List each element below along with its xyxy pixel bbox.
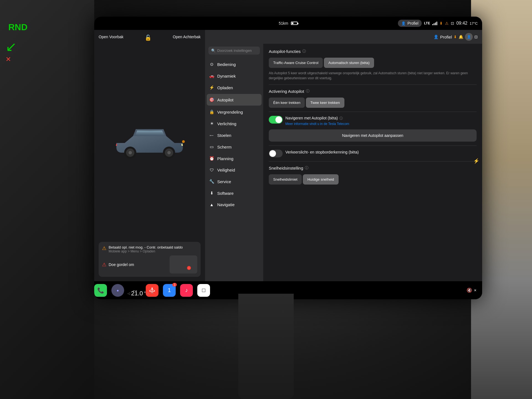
activering-label: Activering Autopilot <box>269 89 304 94</box>
km-value: 51km <box>279 21 288 25</box>
phone-btn[interactable]: 📞 <box>94 284 107 297</box>
bottom-temperature: 21.0 <box>131 290 143 297</box>
verlichting-icon: ☀ <box>209 121 214 126</box>
function-btn-row: Traffic-Aware Cruise Control Automatisch… <box>269 58 477 68</box>
numbered-btn[interactable]: 1 1 <box>163 284 176 297</box>
volume-icon: 🔇 <box>467 288 472 293</box>
signal-bars <box>432 21 437 25</box>
temp-sub-icon: 〜 <box>150 291 154 296</box>
opladen-label: Opladen <box>217 85 233 90</box>
header-avatar: 👤 <box>465 33 473 41</box>
warning-sub-text: Mobiele app > Menu > Opladen <box>109 249 183 253</box>
navigeren-toggle[interactable] <box>269 116 283 124</box>
navigatie-icon: ▲ <box>209 202 214 207</box>
music-btn[interactable]: ♪ <box>180 284 193 297</box>
seatbelt-text: Doe gordel om <box>109 262 134 267</box>
screen-mount <box>238 294 294 399</box>
search-row: 🔍 Doorzoek instellingen <box>205 44 263 57</box>
left-arrow-display: ↙ <box>6 39 17 54</box>
profile-button[interactable]: 👤 Profiel <box>398 20 422 27</box>
navigeren-aanpassen-btn[interactable]: Navigeren met Autopilot aanpassen <box>269 129 477 142</box>
profile-icon-small: 👤 <box>401 21 406 25</box>
settings-dot-icon: ⊡ <box>451 21 454 25</box>
divider-1 <box>269 85 477 85</box>
alert-box: ⚠ Betaald opl. niet mog. - Contr. onbeta… <box>99 242 201 277</box>
left-gauge-icon: ✕ <box>6 55 11 63</box>
autopilot-functions-title: Autopilot-functies ⓘ <box>269 49 477 54</box>
bediening-icon: ⊙ <box>209 62 214 67</box>
sidebar-item-vergrendeling[interactable]: 🔒 Vergrendeling <box>205 106 263 118</box>
signal-bar-3 <box>435 22 436 25</box>
white-btn[interactable]: □ <box>197 284 210 297</box>
verkeer-content: Verkeerslicht- en stopborderkenning (bèt… <box>285 150 477 155</box>
white-icon: □ <box>202 287 205 293</box>
lock-area: 🔓 <box>145 34 152 41</box>
open-achterbak-btn[interactable]: Open Achterbak <box>173 34 201 39</box>
navigeren-link-text[interactable]: Meer informatie vindt u in de Tesla Tele… <box>285 122 349 126</box>
settings-right: 👤 Profiel ⬇ 🔔 👤 ⊡ <box>205 30 482 281</box>
snelheidslimiet-btn[interactable]: Snelheidslimiet <box>269 174 302 185</box>
autopilot-label: Autopilot <box>217 98 233 102</box>
signal-bar-4 <box>436 22 437 25</box>
music-icon: ♪ <box>185 287 188 293</box>
sidebar-item-bediening[interactable]: ⊙ Bediening <box>205 58 263 70</box>
stoelen-label: Stoelen <box>217 133 231 138</box>
verkeer-main-label: Verkeerslicht- en stopborderkenning (bèt… <box>285 150 359 154</box>
planning-icon: ⏰ <box>209 156 214 161</box>
sidebar-item-veiligheid[interactable]: 🛡 Veiligheid <box>205 164 263 176</box>
temp-arrow-left: ◁ <box>127 291 130 295</box>
seatbelt-alert-icon: ⚠ <box>102 262 106 268</box>
navigeren-main-label: Navigeren met Autopilot (bèta) <box>285 116 338 120</box>
navigeren-toggle-group: Navigeren met Autopilot (bèta) ⓘ Meer in… <box>269 116 477 126</box>
lte-label: LTE <box>424 21 430 25</box>
traffic-aware-btn[interactable]: Traffic-Aware Cruise Control <box>269 58 323 68</box>
battery-icon <box>291 22 298 25</box>
dashboard-area: Open Voorbak 🔓 Open Achterbak <box>94 30 205 281</box>
apps-circle-btn[interactable]: ● <box>111 284 124 297</box>
veiligheid-label: Veiligheid <box>217 168 235 172</box>
sidebar-item-planning[interactable]: ⏰ Planning <box>205 153 263 164</box>
battery-fill <box>292 22 293 24</box>
autopilot-functions-label: Autopilot-functies <box>269 49 301 54</box>
temp-degree: ° <box>144 291 146 296</box>
huidige-snelheid-btn[interactable]: Huidige snelheid <box>303 174 338 185</box>
sidebar-item-software[interactable]: ⬇ Software <box>205 187 263 199</box>
outer-wrapper: RND ↙ ✕ 51km 👤 <box>0 0 532 399</box>
mid-content: Open Voorbak 🔓 Open Achterbak <box>94 30 482 281</box>
navigeren-toggle-knob <box>275 116 282 123</box>
search-placeholder-text: Doorzoek instellingen <box>217 48 252 53</box>
signal-bar-2 <box>434 23 434 25</box>
header-profile-area: 👤 Profiel ⬇ 🔔 👤 ⊡ <box>434 33 478 41</box>
warning-main-text: Betaald opl. niet mog. - Contr. onbetaal… <box>109 245 183 249</box>
twee-keer-btn[interactable]: Twee keer trekken <box>306 98 344 108</box>
sidebar-item-stoelen[interactable]: ⟝ Stoelen <box>205 129 263 141</box>
temperature-display: 17°C <box>470 21 478 25</box>
open-voorbak-btn[interactable]: Open Voorbak <box>99 34 124 39</box>
sidebar-item-opladen[interactable]: ⚡ Opladen <box>205 82 263 93</box>
left-indicator: RND <box>8 22 27 32</box>
alert-icon: ⚠ <box>445 21 449 25</box>
navigeren-info-icon: ⓘ <box>339 116 343 121</box>
auto-steer-btn[interactable]: Automatisch sturen (bèta) <box>324 58 374 68</box>
search-input-box[interactable]: 🔍 Doorzoek instellingen <box>208 47 260 55</box>
sidebar-item-verlichting[interactable]: ☀ Verlichting <box>205 118 263 129</box>
profile-text: Profiel <box>407 21 418 25</box>
scherm-icon: ▭ <box>209 144 214 149</box>
verkeer-toggle[interactable] <box>269 150 283 157</box>
header-profile-icon: 👤 <box>434 35 438 39</box>
opladen-icon: ⚡ <box>209 85 214 90</box>
dynamiek-icon: 🚗 <box>209 73 214 78</box>
sidebar-item-service[interactable]: 🔧 Service <box>205 176 263 187</box>
warning-triangle-icon: ⚠ <box>102 245 106 251</box>
divider-3 <box>269 145 477 146</box>
een-keer-btn[interactable]: Één keer trekken <box>269 98 305 108</box>
sidebar-item-scherm[interactable]: ▭ Scherm <box>205 141 263 153</box>
stoelen-icon: ⟝ <box>209 133 214 138</box>
scherm-label: Scherm <box>217 145 232 149</box>
sidebar-item-dynamiek[interactable]: 🚗 Dynamiek <box>205 70 263 82</box>
svg-rect-7 <box>174 258 182 264</box>
sidebar-item-autopilot[interactable]: 🎯 Autopilot <box>207 94 262 106</box>
autopilot-icon: 🎯 <box>209 97 214 102</box>
sidebar-item-navigatie[interactable]: ▲ Navigatie <box>205 199 263 210</box>
autopilot-content-area: Autopilot-functies ⓘ Traffic-Aware Cruis… <box>263 44 482 281</box>
